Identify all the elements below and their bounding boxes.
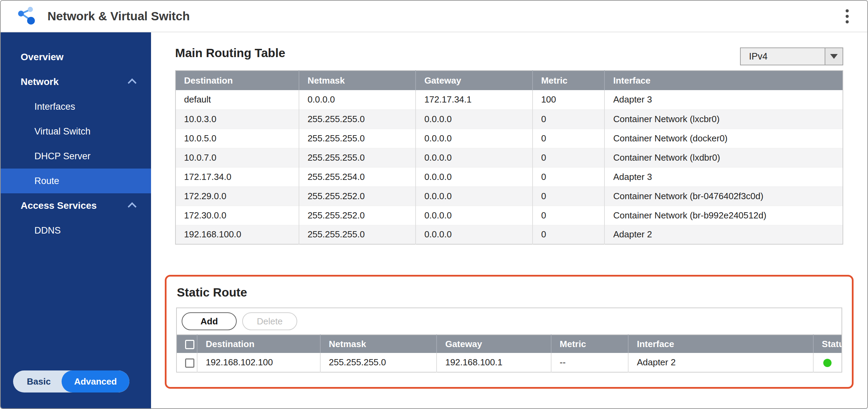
- column-header-metric: Metric: [551, 335, 628, 353]
- static-route-table-body: 192.168.102.100255.255.255.0192.168.100.…: [176, 353, 842, 372]
- table-row: 10.0.5.0255.255.255.00.0.0.00Container N…: [175, 129, 843, 148]
- table-row: 172.17.34.0255.255.254.00.0.0.00Adapter …: [175, 167, 843, 186]
- cell-netmask: 255.255.254.0: [299, 167, 416, 186]
- app-window: Network & Virtual Switch OverviewNetwork…: [0, 0, 868, 409]
- mode-advanced-button[interactable]: Advanced: [62, 370, 129, 392]
- chevron-up-icon: [128, 78, 136, 87]
- cell-metric: --: [551, 353, 628, 372]
- column-header-destination: Destination: [197, 335, 320, 353]
- column-header-gateway: Gateway: [437, 335, 551, 353]
- cell-interface: Container Network (br-0476402f3c0d): [604, 186, 843, 206]
- sidebar-item-overview[interactable]: Overview: [1, 45, 151, 69]
- cell-netmask: 255.255.255.0: [320, 353, 437, 372]
- cell-destination: 10.0.3.0: [175, 109, 299, 129]
- cell-gateway: 0.0.0.0: [416, 206, 533, 225]
- app-header: Network & Virtual Switch: [1, 1, 867, 32]
- table-row: 192.168.100.0255.255.255.00.0.0.00Adapte…: [175, 225, 843, 244]
- cell-metric: 0: [533, 148, 605, 167]
- sidebar-item-label: Virtual Switch: [34, 126, 90, 137]
- cell-gateway: 0.0.0.0: [416, 225, 533, 244]
- sidebar-item-interfaces[interactable]: Interfaces: [1, 94, 151, 119]
- cell-gateway: 0.0.0.0: [416, 167, 533, 186]
- ip-version-select[interactable]: IPv4: [740, 47, 843, 65]
- app-body: OverviewNetworkInterfacesVirtual SwitchD…: [1, 32, 867, 408]
- cell-gateway: 0.0.0.0: [416, 129, 533, 148]
- ip-version-value: IPv4: [741, 48, 825, 65]
- cell-interface: Adapter 3: [604, 167, 843, 186]
- sidebar-item-ddns[interactable]: DDNS: [1, 218, 151, 243]
- cell-metric: 0: [533, 109, 605, 129]
- sidebar-item-network[interactable]: Network: [1, 69, 151, 94]
- static-route-annotation-highlight: Static Route Add Delete DestinationNetma…: [165, 275, 854, 389]
- sidebar-item-dhcp-server[interactable]: DHCP Server: [1, 144, 151, 169]
- cell-netmask: 255.255.252.0: [299, 186, 416, 206]
- cell-interface: Adapter 2: [604, 225, 843, 244]
- column-header-select-all: [176, 335, 197, 353]
- cell-interface: Container Network (lxcbr0): [604, 109, 843, 129]
- cell-metric: 0: [533, 206, 605, 225]
- cell-gateway: 192.168.100.1: [437, 353, 551, 372]
- cell-netmask: 255.255.255.0: [299, 109, 416, 129]
- cell-select: [176, 353, 197, 372]
- cell-gateway: 172.17.34.1: [416, 90, 533, 109]
- static-route-toolbar: Add Delete: [176, 308, 842, 334]
- sidebar-item-label: DHCP Server: [34, 151, 90, 162]
- app-title: Network & Virtual Switch: [47, 9, 190, 23]
- mode-basic-button[interactable]: Basic: [13, 370, 62, 392]
- static-route-table-header: DestinationNetmaskGatewayMetricInterface…: [176, 335, 842, 353]
- main-content: Main Routing Table IPv4 DestinationNetma…: [151, 32, 867, 408]
- column-header-interface: Interface: [628, 335, 813, 353]
- sidebar-item-label: Interfaces: [34, 101, 75, 112]
- sidebar-item-route[interactable]: Route: [1, 169, 151, 193]
- cell-interface: Container Network (docker0): [604, 129, 843, 148]
- sidebar-item-label: Network: [21, 76, 58, 87]
- column-header-netmask: Netmask: [320, 335, 437, 353]
- cell-metric: 100: [533, 90, 605, 109]
- cell-netmask: 255.255.255.0: [299, 225, 416, 244]
- cell-metric: 0: [533, 129, 605, 148]
- cell-netmask: 255.255.255.0: [299, 148, 416, 167]
- network-switch-logo-icon: [16, 6, 36, 26]
- static-route-title: Static Route: [177, 286, 842, 299]
- main-routing-table-body: default0.0.0.0172.17.34.1100Adapter 310.…: [175, 90, 843, 244]
- cell-destination: default: [175, 90, 299, 109]
- ip-version-dropdown-button[interactable]: [825, 48, 843, 65]
- static-route-table: DestinationNetmaskGatewayMetricInterface…: [176, 334, 842, 373]
- cell-gateway: 0.0.0.0: [416, 148, 533, 167]
- table-row: 10.0.7.0255.255.255.00.0.0.00Container N…: [175, 148, 843, 167]
- sidebar-item-access-services[interactable]: Access Services: [1, 193, 151, 218]
- sidebar-items: OverviewNetworkInterfacesVirtual SwitchD…: [1, 45, 151, 243]
- cell-interface: Container Network (br-b992e240512d): [604, 206, 843, 225]
- cell-netmask: 255.255.252.0: [299, 206, 416, 225]
- table-row: 172.30.0.0255.255.252.00.0.0.00Container…: [175, 206, 843, 225]
- select-all-checkbox[interactable]: [185, 340, 194, 349]
- cell-destination: 10.0.5.0: [175, 129, 299, 148]
- add-button[interactable]: Add: [182, 312, 237, 330]
- sidebar-item-label: Overview: [21, 52, 64, 63]
- kebab-menu-icon[interactable]: [843, 7, 851, 26]
- delete-button[interactable]: Delete: [242, 312, 297, 330]
- row-checkbox[interactable]: [185, 358, 194, 368]
- table-row: 172.29.0.0255.255.252.00.0.0.00Container…: [175, 186, 843, 206]
- cell-status: [813, 353, 842, 372]
- column-header-metric: Metric: [533, 71, 605, 90]
- chevron-down-icon: [830, 54, 838, 59]
- sidebar: OverviewNetworkInterfacesVirtual SwitchD…: [1, 32, 151, 408]
- cell-destination: 192.168.100.0: [175, 225, 299, 244]
- static-route-row[interactable]: 192.168.102.100255.255.255.0192.168.100.…: [176, 353, 842, 372]
- column-header-status: Status: [813, 335, 842, 353]
- cell-metric: 0: [533, 186, 605, 206]
- sidebar-item-label: Access Services: [21, 200, 97, 211]
- cell-destination: 172.29.0.0: [175, 186, 299, 206]
- cell-destination: 192.168.102.100: [197, 353, 320, 372]
- sidebar-item-label: DDNS: [34, 225, 61, 236]
- main-routing-table-header: DestinationNetmaskGatewayMetricInterface: [175, 71, 843, 90]
- sidebar-item-label: Route: [34, 176, 59, 186]
- cell-netmask: 0.0.0.0: [299, 90, 416, 109]
- table-row: default0.0.0.0172.17.34.1100Adapter 3: [175, 90, 843, 109]
- cell-interface: Adapter 2: [628, 353, 813, 372]
- cell-metric: 0: [533, 225, 605, 244]
- cell-destination: 172.17.34.0: [175, 167, 299, 186]
- sidebar-item-virtual-switch[interactable]: Virtual Switch: [1, 119, 151, 144]
- status-ok-icon: [823, 359, 832, 367]
